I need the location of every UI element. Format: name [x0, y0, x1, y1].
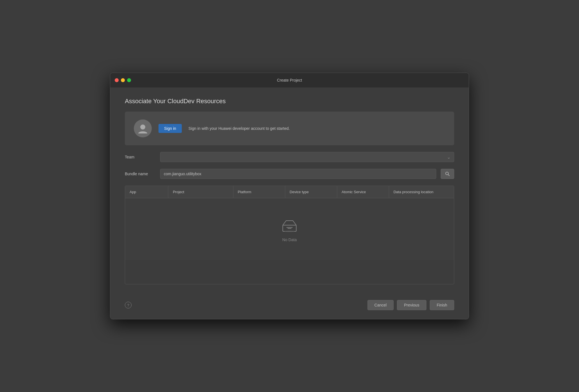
- question-mark-icon: ?: [127, 303, 129, 307]
- signin-description: Sign in with your Huawei developer accou…: [189, 126, 290, 131]
- svg-point-0: [140, 124, 145, 130]
- close-button[interactable]: [115, 78, 119, 82]
- search-icon: [445, 172, 450, 176]
- footer: ? Cancel Previous Finish: [110, 294, 469, 319]
- col-atomic-service: Atomic Service: [337, 186, 389, 198]
- avatar: [134, 119, 152, 137]
- bundle-input[interactable]: [160, 169, 436, 179]
- col-data-processing: Data processing location: [389, 186, 454, 198]
- team-select[interactable]: ⌄: [160, 152, 454, 162]
- col-project: Project: [168, 186, 233, 198]
- team-row: Team ⌄: [125, 152, 454, 162]
- page-title: Associate Your CloudDev Resources: [125, 98, 454, 105]
- previous-button[interactable]: Previous: [397, 300, 426, 310]
- bundle-row: Bundle name: [125, 169, 454, 179]
- maximize-button[interactable]: [127, 78, 131, 82]
- help-button[interactable]: ?: [125, 302, 132, 308]
- signin-button[interactable]: Sign in: [158, 124, 182, 133]
- main-window: Create Project Associate Your CloudDev R…: [110, 73, 469, 319]
- main-content: Associate Your CloudDev Resources Sign i…: [110, 87, 469, 294]
- team-label: Team: [125, 155, 156, 159]
- bundle-label: Bundle name: [125, 172, 156, 176]
- cancel-button[interactable]: Cancel: [367, 300, 394, 310]
- svg-point-4: [284, 230, 295, 232]
- user-icon: [137, 123, 148, 134]
- svg-line-2: [448, 175, 450, 176]
- no-data-icon: [281, 216, 298, 234]
- no-data-text: No Data: [282, 237, 297, 242]
- data-table: App Project Platform Device type Atomic …: [125, 186, 454, 284]
- search-button[interactable]: [441, 169, 454, 179]
- signin-section: Sign in Sign in with your Huawei develop…: [125, 112, 454, 145]
- chevron-down-icon: ⌄: [447, 155, 451, 160]
- col-platform: Platform: [233, 186, 285, 198]
- footer-buttons: Cancel Previous Finish: [367, 300, 454, 310]
- col-app: App: [125, 186, 168, 198]
- table-header: App Project Platform Device type Atomic …: [125, 186, 454, 198]
- minimize-button[interactable]: [121, 78, 125, 82]
- col-device-type: Device type: [285, 186, 337, 198]
- finish-button[interactable]: Finish: [430, 300, 454, 310]
- traffic-lights: [115, 78, 131, 82]
- titlebar: Create Project: [110, 73, 469, 87]
- window-title: Create Project: [277, 78, 302, 82]
- table-body: No Data: [125, 198, 454, 260]
